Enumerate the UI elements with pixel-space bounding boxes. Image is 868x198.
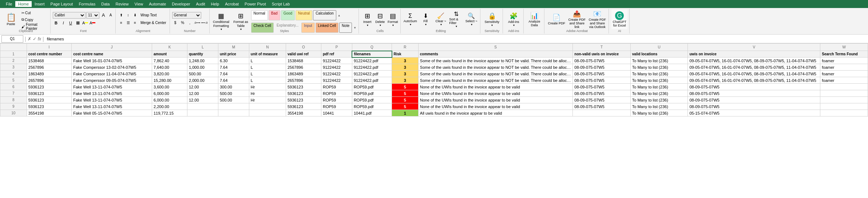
cell-N6[interactable]: Hr [249, 84, 286, 90]
cell-Q8[interactable]: ROP59.pdf [352, 97, 392, 103]
cell-M5[interactable]: 7.64 [218, 77, 249, 84]
cell-S9[interactable]: None of the UWIs found in the invoice ap… [418, 103, 572, 110]
align-top-button[interactable]: ⬆ [118, 12, 124, 19]
style-calculation[interactable]: Calculation [313, 10, 336, 20]
cell-R2[interactable]: 3 [392, 58, 419, 64]
chatgpt-button[interactable]: G ChatGPT for Excel [611, 9, 627, 29]
cell-V5[interactable]: 09-05-074-07W5, 16-01-074-07W5, 08-09-07… [688, 77, 820, 84]
cell-W3[interactable]: foamer [820, 64, 868, 71]
style-good[interactable]: Good [281, 10, 295, 20]
format-button[interactable]: ▤ Format ▾ [387, 9, 399, 29]
cell-U10[interactable]: To Many to list (236) [630, 110, 688, 116]
cell-L9[interactable] [187, 103, 218, 110]
cell-O10[interactable]: 3554198 [286, 110, 321, 116]
col-header-Q[interactable]: Q [352, 44, 392, 51]
tab-insert[interactable]: Insert [32, 1, 48, 7]
cell-P6[interactable]: ROP59 [321, 84, 352, 90]
cell-M8[interactable]: 500.00 [218, 97, 249, 103]
cell-M3[interactable]: 7.64 [218, 64, 249, 71]
cell-P1[interactable]: pdf ref [321, 51, 352, 58]
cell-T6[interactable]: 08-09-075-07W5 [573, 84, 630, 90]
align-middle-button[interactable]: ↕ [125, 12, 131, 19]
col-header-O[interactable]: O [286, 44, 321, 51]
font-decrease-button[interactable]: A [107, 12, 114, 19]
cell-I10[interactable]: 3554198 [27, 110, 71, 116]
cell-P9[interactable]: ROP59 [321, 103, 352, 110]
cell-S7[interactable]: None of the UWIs found in the invoice ap… [418, 90, 572, 97]
cell-U9[interactable]: To Many to list (236) [630, 103, 688, 110]
cell-K5[interactable]: 15,280.00 [152, 77, 187, 84]
cell-N3[interactable]: L [249, 64, 286, 71]
cell-Q5[interactable]: 91224422.pdf [352, 77, 392, 84]
cell-T5[interactable]: 08-09-075-07W5 [573, 77, 630, 84]
cell-O9[interactable]: 5936123 [286, 103, 321, 110]
cell-J5[interactable]: Fake Comperssor 09-05-074-07W5 [72, 77, 152, 84]
cell-P10[interactable]: 10441 [321, 110, 352, 116]
merge-center-button[interactable]: Merge & Center [139, 20, 168, 26]
cell-O6[interactable]: 5936123 [286, 84, 321, 90]
cell-J2[interactable]: Fake Well 16-01-074-07W5 [72, 58, 152, 64]
tab-script-lab[interactable]: Script Lab [269, 1, 293, 7]
cell-P7[interactable]: ROP59 [321, 90, 352, 97]
tab-formulas[interactable]: Formulas [76, 1, 98, 7]
cell-M1[interactable]: unit price [218, 51, 249, 58]
cell-P3[interactable]: 91224422 [321, 64, 352, 71]
addins-button[interactable]: 🧩 Add-ins ▾ [506, 9, 522, 29]
cell-W9[interactable] [820, 103, 868, 110]
fx-icon[interactable]: fx [38, 36, 41, 41]
cell-U2[interactable]: To Many to list (236) [630, 58, 688, 64]
scroll-up-arrow[interactable]: ▲ [337, 10, 341, 20]
cell-Q7[interactable]: ROP59.pdf [352, 90, 392, 97]
cell-T9[interactable]: 08-09-075-07W5 [573, 103, 630, 110]
cell-V2[interactable]: 09-05-074-07W5, 16-01-074-07W5, 08-09-07… [688, 58, 820, 64]
cell-T2[interactable]: 08-09-075-07W5 [573, 58, 630, 64]
cell-I9[interactable]: 5936123 [27, 103, 71, 110]
cell-O7[interactable]: 5936123 [286, 90, 321, 97]
col-header-L[interactable]: L [187, 44, 218, 51]
cell-J8[interactable]: Fake Well 13-11-074-07W5 [72, 97, 152, 103]
cell-V4[interactable]: 09-05-074-07W5, 16-01-074-07W5, 08-09-07… [688, 71, 820, 77]
style-bad[interactable]: Bad [269, 10, 280, 20]
cell-J4[interactable]: Fake Comperssor 11-04-074-07W5 [72, 71, 152, 77]
align-center-button[interactable]: ☰ [125, 20, 131, 26]
cell-J7[interactable]: Fake Well 13-11-074-07W5 [72, 90, 152, 97]
cell-I6[interactable]: 5936123 [27, 84, 71, 90]
cell-I2[interactable]: 1538468 [27, 58, 71, 64]
cell-R8[interactable]: 5 [392, 97, 419, 103]
cell-O5[interactable]: 2657896 [286, 77, 321, 84]
conditional-formatting-button[interactable]: ▦ Conditional Formatting ▾ [212, 12, 231, 31]
cell-R1[interactable]: Risk [392, 51, 419, 58]
col-header-W[interactable]: W [820, 44, 868, 51]
col-header-N[interactable]: N [249, 44, 286, 51]
cell-K3[interactable]: 7,640.00 [152, 64, 187, 71]
cell-K1[interactable]: amount [152, 51, 187, 58]
cell-S4[interactable]: Some of the uwis found in the invoice ap… [418, 71, 572, 77]
tab-view[interactable]: View [132, 1, 146, 7]
cell-J6[interactable]: Fake Well 13-11-074-07W5 [72, 84, 152, 90]
cell-V1[interactable]: uwis on invoice [688, 51, 820, 58]
cell-S5[interactable]: Some of the uwis found in the invoice ap… [418, 77, 572, 84]
comma-button[interactable]: , [187, 20, 193, 26]
tab-data[interactable]: Data [98, 1, 112, 7]
cell-R6[interactable]: 5 [392, 84, 419, 90]
cell-O4[interactable]: 1863489 [286, 71, 321, 77]
cell-P8[interactable]: ROP59 [321, 97, 352, 103]
cut-button[interactable]: ✂ Cut [20, 9, 49, 16]
tab-review[interactable]: Review [112, 1, 131, 7]
autosum-button[interactable]: Σ AutoSum ▾ [403, 9, 417, 29]
cell-T7[interactable]: 08-09-075-07W5 [573, 90, 630, 97]
font-size-select[interactable]: 11 [86, 12, 99, 19]
cell-S3[interactable]: Some of the uwis found in the invoice ap… [418, 64, 572, 71]
cell-W4[interactable]: foamer [820, 71, 868, 77]
cell-L8[interactable]: 12.00 [187, 97, 218, 103]
cell-I1[interactable]: cost centre number [27, 51, 71, 58]
cell-I4[interactable]: 1863489 [27, 71, 71, 77]
cell-U4[interactable]: To Many to list (236) [630, 71, 688, 77]
wrap-text-button[interactable]: Wrap Text [139, 12, 159, 19]
cell-V8[interactable]: 08-09-075-07W5 [688, 97, 820, 103]
cell-L4[interactable]: 500.00 [187, 71, 218, 77]
cell-V10[interactable]: 05-15-074-07W5 [688, 110, 820, 116]
tab-help[interactable]: Help [208, 1, 222, 7]
cell-W2[interactable]: foamer [820, 58, 868, 64]
font-increase-button[interactable]: A [100, 12, 107, 19]
